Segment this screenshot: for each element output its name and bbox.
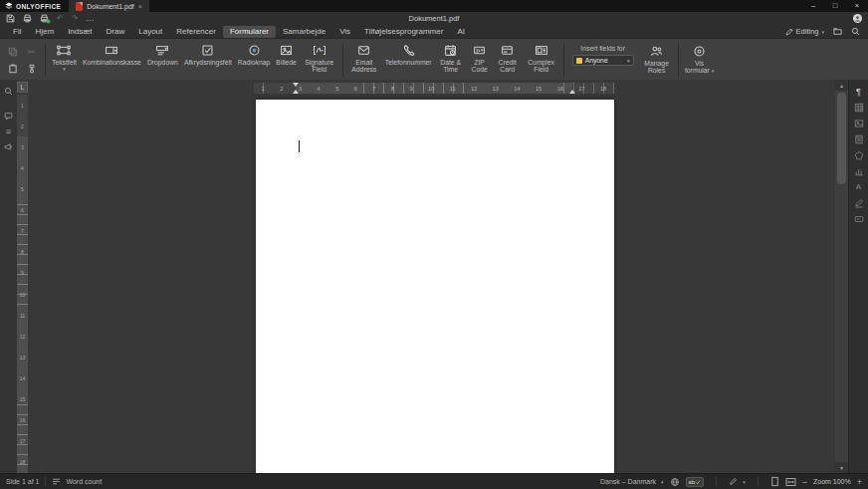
tab-fil[interactable]: Fil (6, 26, 28, 38)
zoom-level[interactable]: Zoom 100% (813, 478, 851, 485)
save-button[interactable] (6, 14, 15, 23)
navigation-panel-button[interactable]: ≡ (6, 126, 11, 136)
header-footer-settings-icon[interactable] (854, 134, 864, 144)
signature-settings-icon[interactable] (854, 198, 864, 208)
manage-roles-button[interactable]: Manage Roles (639, 41, 675, 80)
paragraph-settings-icon[interactable]: ¶ (856, 87, 861, 97)
date-time-field-button[interactable]: Date & Time (435, 41, 467, 80)
tab-close-icon[interactable]: × (138, 3, 142, 10)
caret-down-icon: ▾ (712, 68, 715, 74)
editing-mode-dropdown[interactable]: Editing ▾ (785, 27, 824, 36)
vertical-scrollbar[interactable]: ▴ ▾ (835, 80, 848, 473)
scroll-down-button[interactable]: ▾ (835, 462, 848, 473)
table-settings-icon[interactable] (854, 103, 864, 113)
minimize-button[interactable]: – (802, 0, 824, 12)
tab-tilfojelsesprogrammer[interactable]: Tilføjelsesprogrammer (357, 26, 450, 38)
email-address-field-button[interactable]: Email Address (346, 41, 382, 80)
complex-field-button[interactable]: Complex Field (523, 41, 560, 80)
comments-panel-button[interactable] (4, 112, 13, 121)
h-ruler-numbers: 123456789101112131415161718 (254, 83, 614, 94)
app-brand: ONLYOFFICE (0, 0, 69, 12)
onlyoffice-logo-icon (5, 2, 13, 10)
tab-draw[interactable]: Draw (100, 26, 132, 38)
app-brand-label: ONLYOFFICE (16, 3, 61, 10)
quick-print-button[interactable] (40, 14, 49, 23)
zoom-out-button[interactable]: − (802, 477, 807, 487)
image-field-button[interactable]: Billede (273, 41, 299, 80)
copy-style-button[interactable] (25, 63, 38, 76)
document-tab[interactable]: Dokument1.pdf × (69, 0, 149, 12)
view-form-button[interactable]: Vis formular ▾ (682, 41, 718, 80)
pen-icon (729, 477, 738, 486)
role-color-swatch (576, 58, 582, 64)
redo-button[interactable]: ↷ (72, 15, 79, 23)
tab-referencer[interactable]: Referencer (169, 26, 223, 38)
tab-stop-selector[interactable]: L (17, 82, 28, 93)
spell-check-toggle[interactable]: ab (686, 477, 705, 487)
search-button[interactable] (851, 27, 860, 36)
horizontal-ruler[interactable]: 123456789101112131415161718 (254, 83, 614, 94)
user-avatar[interactable] (853, 14, 862, 23)
image-settings-icon[interactable] (854, 119, 864, 128)
word-count-icon (52, 477, 61, 486)
combo-box-button[interactable]: Kombinationskasse (80, 41, 144, 80)
language-selector[interactable]: Dansk – Danmark ▾ (600, 478, 664, 485)
tab-indsaet[interactable]: Indsæt (61, 26, 99, 38)
tab-layout[interactable]: Layout (131, 26, 169, 38)
fit-width-button[interactable] (785, 477, 796, 487)
fit-page-button[interactable] (770, 476, 779, 487)
vertical-ruler[interactable]: 123456789101112131415161718 (17, 95, 28, 473)
tab-ai[interactable]: AI (450, 26, 472, 38)
paste-button[interactable] (6, 63, 19, 76)
quick-access-bar: ↶ ↷ … Dokument1.pdf (0, 12, 868, 25)
page-indicator[interactable]: Side 1 af 1 (6, 478, 39, 485)
radio-button-field-button[interactable]: Radioknap (235, 41, 274, 80)
form-settings-icon[interactable] (854, 214, 864, 224)
role-value: Anyone (585, 57, 624, 64)
search-panel-button[interactable] (4, 87, 13, 96)
first-line-indent-marker[interactable] (293, 83, 299, 87)
language-label: Dansk – Danmark (600, 478, 656, 485)
checkbox-field-button[interactable]: Afkrydsningsfelt (181, 41, 235, 80)
customize-quick-access-button[interactable]: … (86, 15, 94, 23)
phone-number-field-button[interactable]: Telefonnummer (382, 41, 435, 80)
tab-samarbejde[interactable]: Samarbejde (276, 26, 332, 38)
cut-button[interactable]: ✂ (25, 46, 38, 59)
tab-formularer[interactable]: Formularer (223, 26, 276, 38)
work-area: ≡ L 123456789101112131415161718 12345678… (0, 80, 868, 473)
pen-tool-dropdown[interactable]: ▾ (729, 477, 746, 486)
insert-fields-for-label: Insert fields for (580, 45, 625, 52)
zip-code-field-button[interactable]: ZIP Code (467, 41, 493, 80)
dropdown-field-button[interactable]: Dropdown (144, 41, 181, 80)
zoom-in-button[interactable]: + (857, 477, 862, 487)
status-bar: Side 1 af 1 Word count Dansk – Danmark ▾… (0, 473, 868, 489)
tab-hjem[interactable]: Hjem (28, 26, 61, 38)
shape-settings-icon[interactable] (854, 150, 864, 160)
editing-mode-label: Editing (796, 27, 819, 36)
copy-button[interactable] (6, 46, 19, 59)
text-field-button[interactable]: Tekstfelt ▾ (49, 41, 80, 80)
v-ruler-numbers: 123456789101112131415161718 (17, 95, 28, 473)
undo-button[interactable]: ↶ (57, 15, 64, 23)
chart-settings-icon[interactable] (854, 166, 864, 176)
feedback-button[interactable] (4, 142, 13, 151)
insert-fields-for-group: Insert fields for Anyone ▾ (567, 41, 639, 80)
print-button[interactable] (23, 14, 32, 23)
scroll-up-button[interactable]: ▴ (835, 80, 848, 91)
scrollbar-thumb[interactable] (837, 93, 846, 184)
document-page[interactable] (256, 100, 614, 473)
credit-card-field-button[interactable]: Credit Card (493, 41, 523, 80)
role-select[interactable]: Anyone ▾ (572, 55, 634, 66)
right-indent-marker[interactable] (569, 90, 575, 94)
open-file-location-button[interactable] (833, 27, 842, 36)
left-indent-marker[interactable] (293, 90, 299, 94)
close-button[interactable]: × (846, 0, 868, 12)
word-count-button[interactable]: Word count (52, 477, 102, 486)
set-language-globe-icon[interactable] (670, 477, 680, 487)
word-count-label: Word count (66, 478, 102, 485)
caret-down-icon: ▾ (627, 58, 630, 64)
tab-vis[interactable]: Vis (332, 26, 357, 38)
text-art-settings-icon[interactable]: A (856, 182, 861, 192)
maximize-button[interactable]: □ (824, 0, 846, 12)
signature-field-button[interactable]: Signature Field (300, 41, 339, 80)
